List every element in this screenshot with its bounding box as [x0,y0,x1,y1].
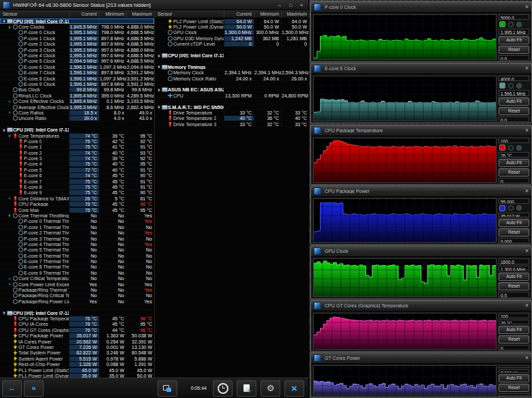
sensor-section-row[interactable]: ∨CPU [#0]: Intel Core i7-13620H [0,18,154,24]
expand-chevron[interactable]: ∨ [1,310,7,316]
sensor-row[interactable]: ∨Core Temperatures74 °C39 °C95 °C [0,133,154,138]
graph-min-field[interactable]: 0.000 [499,238,529,243]
expand-chevron[interactable]: ∨ [7,133,12,138]
sensor-row[interactable]: P-core 4 Clock1,995.1 MHz997.6 MHz4,688.… [0,52,154,58]
color-option-dot[interactable] [508,83,514,89]
expand-columns-button[interactable]: ↔ [2,380,22,397]
auto-fit-button[interactable]: Auto Fit [499,273,529,281]
sensor-row[interactable]: Average Effective Clock1,995.3 MHz8.6 MH… [0,104,154,110]
expand-chevron[interactable]: ∨ [156,87,162,93]
sensor-row[interactable]: CPU Package76 °C45 °C96 °C [0,202,154,207]
color-option-dot[interactable] [516,145,522,151]
sensor-row[interactable]: E-core 9 Clock1,596.1 MHz897.8 MHz3,591.… [0,81,154,87]
sensor-row[interactable]: P-core 475 °C40 °C95 °C [0,162,154,167]
series-color-swatch[interactable] [499,21,505,27]
graph-max-field[interactable]: 100 [499,138,529,143]
sensor-row[interactable]: P-core 274 °C40 °C93 °C [0,150,154,155]
reset-button[interactable]: Reset [499,335,529,343]
auto-fit-button[interactable]: Auto Fit [499,326,529,334]
sensor-row[interactable]: E-core 6 Clock1,596.1 MHz1,097.3 MHz2,09… [0,64,154,70]
expand-chevron[interactable]: ∨ [156,53,162,59]
sensor-row[interactable]: Uncore Ratio39.0 x4.0 x43.0 x [0,116,154,121]
close-icon[interactable]: × [296,1,307,9]
sensor-row[interactable]: P-core 1 Thermal ThrottlingNoNoNo [0,224,154,230]
sensor-row[interactable]: CPU Package Temperature76 °C45 °C96 °C [0,316,154,321]
color-option-dot[interactable] [508,205,514,211]
series-color-swatch[interactable] [499,205,505,211]
sensor-row[interactable]: Total System Power62.822 W3.246 W80.548 … [0,350,154,356]
auto-fit-button[interactable]: Auto Fit [499,219,529,227]
close-sensors-button[interactable]: × [284,380,304,397]
sensor-row[interactable]: E-core 875 °C45 °C91 °C [0,184,154,189]
graph-max-field[interactable]: 4000.0 [499,76,529,81]
sensor-section-row[interactable]: ∨Memory Timings [155,64,309,70]
sensor-row[interactable]: E-core 975 °C45 °C90 °C [0,190,154,196]
sensor-row[interactable]: CPU IA Cores76 °C45 °C95 °C [0,322,154,327]
sensor-row[interactable]: Drive Temperature 240 °C36 °C40 °C [155,116,309,121]
sensor-row[interactable]: P-core 572 °C40 °C91 °C [0,167,154,172]
sensor-row[interactable]: E-core 674 °C45 °C90 °C [0,173,154,179]
sensor-row[interactable]: Package/Ring Thermal ThrottlingNoNoYes [0,287,154,292]
reset-button[interactable]: Reset [499,228,529,236]
reset-button[interactable]: Reset [499,384,529,392]
show-graphs-button[interactable] [158,380,177,397]
sensor-row[interactable]: E-core 9 Thermal ThrottlingNoNoNo [0,270,154,275]
sensor-row[interactable]: ∨Core Thermal ThrottlingNoNoYes [0,213,154,218]
series-color-swatch[interactable] [499,144,505,151]
reset-button[interactable]: Reset [499,168,529,177]
sensor-row[interactable]: >Core Power Limit ExceededYesNoYes [0,281,154,287]
window-titlebar[interactable]: HWiNFO® 64 v8.30-5800 Sensor Status [213… [0,0,308,10]
sensor-row[interactable]: GT Cores Power7.226 W0.001 W13.130 W [0,344,154,350]
sensor-row[interactable]: CPU Package Power35.017 W1.363 W50.038 W [0,333,154,338]
sensor-row[interactable]: Drive Temperature 333 °C32 °C33 °C [155,121,309,127]
series-color-swatch[interactable] [499,82,505,89]
sensor-section-row[interactable]: ∨S.M.A.R.T.: WD PC SN5000S SDEQNSJ-512G-… [155,104,309,110]
graph-min-field[interactable]: 0 [499,345,529,350]
graph-titlebar[interactable]: P-core 0 Clock × [311,2,531,13]
graph-titlebar[interactable]: E-core 6 Clock × [311,63,531,74]
sensor-row[interactable]: P-core 075 °C42 °C92 °C [0,138,154,144]
sensor-row[interactable]: E-core 7 Thermal ThrottlingNoNoNo [0,258,154,264]
graph-max-field[interactable]: 55.000 [499,198,529,204]
sensor-row[interactable]: >Core Ratios18.5 x8.0 x49.0 x [0,110,154,115]
expand-chevron[interactable]: ∨ [156,104,162,110]
sensor-row[interactable]: E-core 775 °C45 °C91 °C [0,179,154,184]
sensor-row[interactable]: Core Max75 °C45 °C95 °C [0,207,154,213]
expand-chevron[interactable]: > [7,99,12,104]
graph-titlebar[interactable]: CPU Package Temperature × [311,125,531,136]
sensor-row[interactable]: P-core 5 Clock2,094.9 MHz997.6 MHz4,688.… [0,59,154,64]
auto-fit-button[interactable]: Auto Fit [499,374,529,382]
clock-button[interactable] [213,380,233,397]
color-option-dot[interactable] [516,83,522,89]
sensor-section-row[interactable]: ∨ASUS NB EC: ASUS ASUS Vivobook S 16 S36… [155,87,309,93]
expand-chevron[interactable]: > [7,276,12,281]
sensor-row[interactable]: PL2 Power Limit (Static)64.0 W64.0 W64.0… [155,18,309,24]
sensor-row[interactable]: PL1 Power Limit (Static)45.0 W45.0 W45.0… [0,367,154,373]
sensor-section-row[interactable]: ∨CPU [#0]: Intel Core i7-13620H: Enhance… [0,310,154,316]
sensor-row[interactable]: Memory Clock Ratio24.00 x24.00 x26.00 x [155,76,309,81]
sensor-row[interactable]: P-core 0 Clock1,995.1 MHz798.0 MHz4,688.… [0,30,154,35]
sensor-row[interactable]: P-core 374 °C39 °C92 °C [0,155,154,161]
sensor-row[interactable]: P-core 0 Thermal ThrottlingNoNoYes [0,219,154,224]
close-icon[interactable]: × [525,303,529,309]
sensor-row[interactable]: P-core 2 Clock1,995.1 MHz897.8 MHz4,688.… [0,42,154,47]
close-icon[interactable]: × [525,188,529,194]
expand-chevron[interactable]: > [7,281,12,287]
sensor-row[interactable]: >Core Effective Clocks1,845.4 MHz0.1 MHz… [0,98,154,104]
sensor-row[interactable]: ∨Core Clocks1,845.5 MHz798.0 MHz4,888.0 … [0,24,154,29]
sensor-row[interactable]: P-core 3 Clock1,995.1 MHz997.6 MHz4,888.… [0,47,154,52]
sensor-row[interactable]: P-core 175 °C41 °C91 °C [0,144,154,150]
graph-min-field[interactable]: 0.000 [499,393,529,396]
maximize-icon[interactable]: □ [285,1,296,9]
sensor-row[interactable]: IA Cores Power20.562 W0.254 W32.391 W [0,339,154,344]
reset-button[interactable]: Reset [499,107,529,115]
sensor-row[interactable]: P-core 4 Thermal ThrottlingNoNoYes [0,241,154,247]
graph-min-field[interactable]: 0.0 [499,117,529,122]
color-option-dot[interactable] [516,22,522,27]
sensor-row[interactable]: Drive Temperature33 °C32 °C33 °C [155,110,309,115]
graph-titlebar[interactable]: GPU Clock × [311,246,531,257]
graph-titlebar[interactable]: CPU GT Cores (Graphics) Temperature × [311,301,531,311]
settings-button[interactable]: ⚙ [261,380,280,397]
graph-max-field[interactable]: 100 [499,313,529,318]
sensor-row[interactable]: System Agent Power5.515 W0.978 W5.886 W [0,356,154,361]
